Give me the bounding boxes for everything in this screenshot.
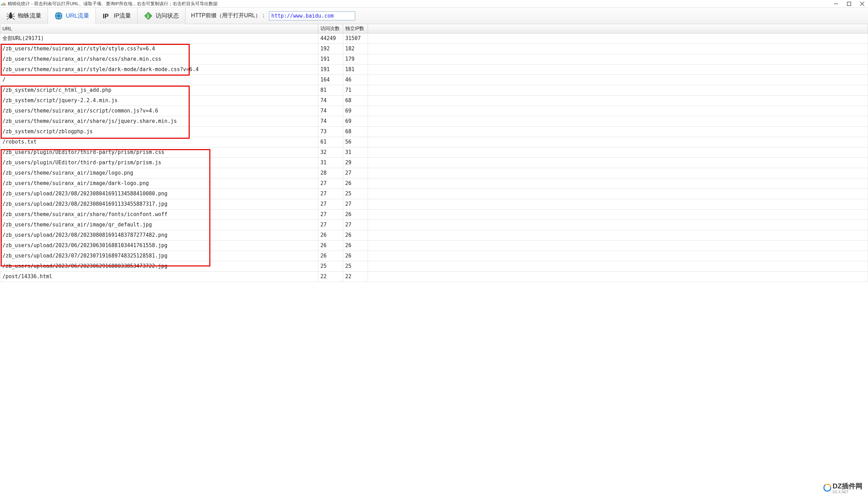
cell-visits: 27 xyxy=(318,199,343,209)
maximize-button[interactable] xyxy=(847,1,851,6)
table-row[interactable]: /zb_users/theme/suiranx_air/image/dark-l… xyxy=(0,178,868,188)
cell-url: /zb_users/theme/suiranx_air/share/fonts/… xyxy=(0,209,318,220)
cell-empty xyxy=(368,178,868,188)
cell-url: /post/14336.html xyxy=(0,271,318,282)
cell-url: /zb_users/upload/2023/08/202308041691133… xyxy=(0,199,318,209)
cell-empty xyxy=(368,137,868,147)
table-row[interactable]: /zb_users/theme/suiranx_air/style/dark-m… xyxy=(0,64,868,75)
cell-empty xyxy=(368,33,868,43)
cell-visits: 31 xyxy=(318,157,343,168)
column-header-visits[interactable]: 访问次数 xyxy=(318,24,343,33)
table-row[interactable]: /zb_users/theme/suiranx_air/script/commo… xyxy=(0,106,868,116)
tabbar: 蜘蛛流量 URL流量 IP IP流量 i 访问状态 HTTP前缀（用于打开URL… xyxy=(0,8,868,24)
cell-empty xyxy=(368,188,868,199)
table-row[interactable]: /zb_users/plugin/UEditor/third-party/pri… xyxy=(0,147,868,157)
cell-visits: 81 xyxy=(318,85,343,95)
tab-label: 访问状态 xyxy=(156,12,179,20)
svg-rect-0 xyxy=(1,4,2,5)
cell-ip: 69 xyxy=(343,106,368,116)
cell-empty xyxy=(368,64,868,75)
table-row[interactable]: /zb_users/theme/suiranx_air/share/js/jqu… xyxy=(0,116,868,126)
cell-ip: 26 xyxy=(343,178,368,188)
tab-label: URL流量 xyxy=(66,12,89,20)
cell-visits: 32 xyxy=(318,147,343,157)
table-row[interactable]: /16446 xyxy=(0,75,868,85)
cell-empty xyxy=(368,43,868,54)
table-row[interactable]: /zb_users/upload/2023/07/202307191689748… xyxy=(0,251,868,261)
table-row[interactable]: /zb_users/theme/suiranx_air/style/style.… xyxy=(0,43,868,54)
table-row[interactable]: /zb_users/upload/2023/08/202308081691483… xyxy=(0,230,868,240)
app-icon xyxy=(1,1,6,6)
cell-visits: 27 xyxy=(318,209,343,220)
table-row[interactable]: 全部URL(29171)4424931507 xyxy=(0,33,868,43)
http-prefix-input[interactable] xyxy=(269,11,355,20)
table-wrap: URL 访问次数 独立IP数 全部URL(29171)4424931507/zb… xyxy=(0,24,868,289)
svg-point-8 xyxy=(9,14,12,19)
cell-visits: 74 xyxy=(318,116,343,126)
cell-ip: 68 xyxy=(343,95,368,106)
cell-url: /robots.txt xyxy=(0,137,318,147)
table-row[interactable]: /zb_users/theme/suiranx_air/image/qr_def… xyxy=(0,220,868,230)
tab-label: 蜘蛛流量 xyxy=(18,12,41,20)
tab-spider-traffic[interactable]: 蜘蛛流量 xyxy=(0,8,48,24)
table-row[interactable]: /zb_system/script/c_html_js_add.php8171 xyxy=(0,85,868,95)
info-icon: i xyxy=(144,11,153,20)
svg-line-10 xyxy=(7,13,9,15)
cell-empty xyxy=(368,261,868,271)
column-header-empty[interactable] xyxy=(368,24,868,33)
cell-url: /zb_users/upload/2023/08/202308041691134… xyxy=(0,188,318,199)
ip-icon: IP xyxy=(102,11,111,20)
table-row[interactable]: /zb_users/plugin/UEditor/third-party/pri… xyxy=(0,157,868,168)
cell-ip: 56 xyxy=(343,137,368,147)
tab-ip-traffic[interactable]: IP IP流量 xyxy=(96,8,138,24)
cell-empty xyxy=(368,75,868,85)
cell-visits: 191 xyxy=(318,64,343,75)
cell-url: /zb_users/upload/2023/07/202307191689748… xyxy=(0,251,318,261)
table-row[interactable]: /zb_users/theme/suiranx_air/share/css/sh… xyxy=(0,54,868,64)
cell-visits: 27 xyxy=(318,188,343,199)
cell-url: /zb_users/theme/suiranx_air/image/dark-l… xyxy=(0,178,318,188)
table-row[interactable]: /zb_users/upload/2023/08/202308041691133… xyxy=(0,199,868,209)
cell-empty xyxy=(368,271,868,282)
svg-line-14 xyxy=(7,18,9,20)
column-header-url[interactable]: URL xyxy=(0,24,318,33)
cell-url: /zb_users/theme/suiranx_air/script/commo… xyxy=(0,106,318,116)
table-row[interactable]: /robots.txt6156 xyxy=(0,137,868,147)
cell-visits: 25 xyxy=(318,261,343,271)
column-header-ip[interactable]: 独立IP数 xyxy=(343,24,368,33)
svg-line-11 xyxy=(12,13,14,15)
table-row[interactable]: /zb_system/script/zblogphp.js7368 xyxy=(0,126,868,137)
spider-icon xyxy=(6,11,15,20)
cell-empty xyxy=(368,54,868,64)
cell-url: /zb_users/theme/suiranx_air/share/js/jqu… xyxy=(0,116,318,126)
cell-url: /zb_users/upload/2023/08/202308081691483… xyxy=(0,230,318,240)
cell-ip: 25 xyxy=(343,188,368,199)
cell-ip: 68 xyxy=(343,126,368,137)
table-row[interactable]: /zb_users/upload/2023/06/202306301688103… xyxy=(0,240,868,251)
tab-url-traffic[interactable]: URL流量 xyxy=(48,8,96,24)
cell-empty xyxy=(368,157,868,168)
cell-ip: 26 xyxy=(343,251,368,261)
cell-url: /zb_users/upload/2023/06/202306291688033… xyxy=(0,261,318,271)
cell-ip: 181 xyxy=(343,64,368,75)
cell-url: /zb_users/plugin/UEditor/third-party/pri… xyxy=(0,147,318,157)
close-button[interactable] xyxy=(860,1,865,6)
table-row[interactable]: /zb_users/theme/suiranx_air/share/fonts/… xyxy=(0,209,868,220)
cell-ip: 25 xyxy=(343,261,368,271)
cell-ip: 71 xyxy=(343,85,368,95)
tab-visit-status[interactable]: i 访问状态 xyxy=(138,8,186,24)
cell-url: /zb_system/script/zblogphp.js xyxy=(0,126,318,137)
table-row[interactable]: /zb_system/script/jquery-2.2.4.min.js746… xyxy=(0,95,868,106)
minimize-button[interactable] xyxy=(834,1,838,6)
cell-url: /zb_users/theme/suiranx_air/style/style.… xyxy=(0,43,318,54)
cell-visits: 192 xyxy=(318,43,343,54)
table-row[interactable]: /post/14336.html2222 xyxy=(0,271,868,282)
table-row[interactable]: /zb_users/upload/2023/06/202306291688033… xyxy=(0,261,868,271)
cell-url: /zb_users/theme/suiranx_air/style/dark-m… xyxy=(0,64,318,75)
svg-rect-5 xyxy=(847,2,851,6)
table-row[interactable]: /zb_users/upload/2023/08/202308041691134… xyxy=(0,188,868,199)
globe-icon xyxy=(54,11,63,20)
cell-visits: 61 xyxy=(318,137,343,147)
cell-url: / xyxy=(0,75,318,85)
table-row[interactable]: /zb_users/theme/suiranx_air/image/logo.p… xyxy=(0,168,868,178)
